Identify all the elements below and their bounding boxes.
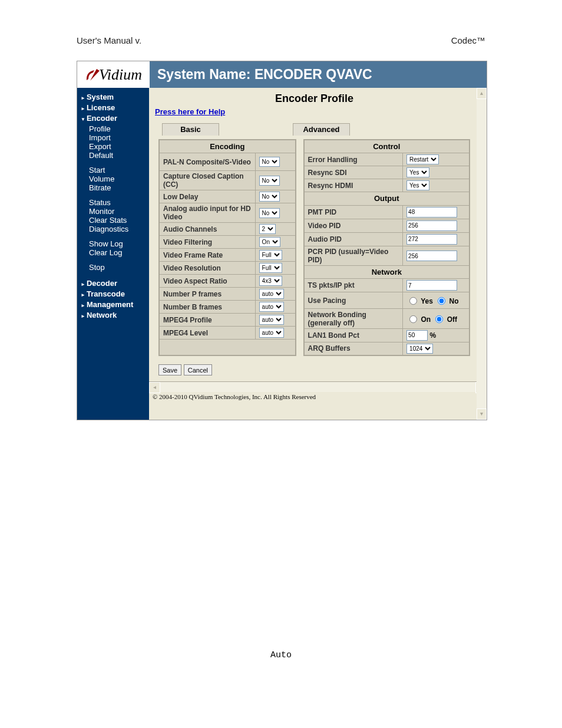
encoding-label: MPEG4 Level xyxy=(159,327,255,340)
sidebar-item-license[interactable]: License xyxy=(77,103,149,114)
horizontal-scrollbar[interactable]: ◂ ▸ xyxy=(149,381,487,392)
control-0-label: Error Handling xyxy=(304,153,403,166)
encoding-0-select[interactable]: No xyxy=(259,157,280,167)
logo: Vidium xyxy=(77,61,150,88)
tab-advanced[interactable]: Advanced xyxy=(293,123,350,136)
copyright: © 2004-2010 QVidium Technologies, Inc. A… xyxy=(149,392,487,401)
scroll-left-icon[interactable]: ◂ xyxy=(149,382,160,393)
sidebar-item-volume[interactable]: Volume xyxy=(77,174,149,183)
output-1-input[interactable] xyxy=(406,220,457,231)
sidebar-item-clear-log[interactable]: Clear Log xyxy=(77,248,149,257)
sidebar-item-network[interactable]: Network xyxy=(77,311,149,321)
encoding-10-select[interactable]: auto xyxy=(259,302,284,312)
encoding-4-select[interactable]: 2 xyxy=(259,224,276,234)
arq-buffers-label: ARQ Buffers xyxy=(304,342,403,355)
network-header: Network xyxy=(304,266,470,279)
output-2-input[interactable] xyxy=(406,234,457,245)
scroll-up-icon[interactable]: ▴ xyxy=(477,88,487,99)
sidebar-item-start[interactable]: Start xyxy=(77,166,149,174)
lan1-label: LAN1 Bond Pct xyxy=(304,328,403,342)
encoding-label: Capture Closed Caption (CC) xyxy=(159,171,255,190)
sidebar-item-stop[interactable]: Stop xyxy=(77,263,149,272)
output-3-label: PCR PID (usually=Video PID) xyxy=(304,246,403,265)
output-0-label: PMT PID xyxy=(304,205,403,219)
lan1-unit: % xyxy=(429,331,436,339)
encoding-label: Low Delay xyxy=(159,190,255,203)
output-1-label: Video PID xyxy=(304,219,403,232)
encoding-2-select[interactable]: No xyxy=(259,192,280,202)
tab-basic[interactable]: Basic xyxy=(162,123,219,136)
control-1-select[interactable]: Yes xyxy=(406,167,429,177)
encoding-label: MPEG4 Profile xyxy=(159,314,255,327)
control-0-select[interactable]: Restart xyxy=(406,154,439,164)
bonding-off-radio[interactable] xyxy=(435,315,443,323)
right-table: Control Error HandlingRestartResync SDIY… xyxy=(303,139,470,356)
arq-buffers-select[interactable]: 1024 xyxy=(406,344,433,354)
doc-header-right: Codec™ xyxy=(451,35,485,45)
sidebar-item-clear-stats[interactable]: Clear Stats xyxy=(77,216,149,225)
doc-footnote: Auto xyxy=(0,650,562,660)
encoding-7-select[interactable]: Full xyxy=(259,263,282,273)
sidebar-item-profile[interactable]: Profile xyxy=(77,124,149,133)
lan1-input[interactable] xyxy=(406,330,428,341)
encoding-label: Video Frame Rate xyxy=(159,249,255,262)
encoding-1-select[interactable]: No xyxy=(259,176,280,186)
content-pane: ▴ ▾ Encoder Profile Press here for Help … xyxy=(149,88,487,420)
encoding-label: Video Filtering xyxy=(159,236,255,249)
encoding-table: Encoding PAL-N Composite/S-VideoNoCaptur… xyxy=(158,139,296,356)
encoding-label: Number B frames xyxy=(159,301,255,314)
save-button[interactable]: Save xyxy=(158,364,181,375)
sidebar-item-export[interactable]: Export xyxy=(77,142,149,151)
encoding-3-select[interactable]: No xyxy=(259,208,280,218)
sidebar-item-status[interactable]: Status xyxy=(77,198,149,207)
sidebar: SystemLicenseEncoderProfileImportExportD… xyxy=(77,88,149,420)
sidebar-item-monitor[interactable]: Monitor xyxy=(77,207,149,216)
output-3-input[interactable] xyxy=(406,251,457,261)
cancel-button[interactable]: Cancel xyxy=(184,364,212,375)
output-2-label: Audio PID xyxy=(304,232,403,246)
encoding-8-select[interactable]: 4x3 xyxy=(259,276,282,286)
pacing-yes-radio[interactable] xyxy=(409,297,417,305)
pacing-no-radio[interactable] xyxy=(438,297,445,305)
output-header: Output xyxy=(304,192,470,205)
help-link[interactable]: Press here for Help xyxy=(155,107,225,116)
use-pacing-label: Use Pacing xyxy=(304,292,403,309)
sidebar-item-transcode[interactable]: Transcode xyxy=(77,289,149,300)
control-header: Control xyxy=(304,140,470,153)
encoding-label: Analog audio input for HD Video xyxy=(159,203,255,223)
encoding-9-select[interactable]: auto xyxy=(259,289,284,299)
app-window: Vidium System Name: ENCODER QVAVC System… xyxy=(77,61,487,420)
encoding-11-select[interactable]: auto xyxy=(259,315,284,325)
encoding-label: PAL-N Composite/S-Video xyxy=(159,153,255,171)
control-1-label: Resync SDI xyxy=(304,166,403,179)
sidebar-item-import[interactable]: Import xyxy=(77,133,149,142)
doc-header-left: User's Manual v. xyxy=(77,35,141,45)
encoding-5-select[interactable]: On xyxy=(259,237,280,247)
vertical-scrollbar[interactable]: ▴ ▾ xyxy=(477,88,487,420)
encoding-12-select[interactable]: auto xyxy=(259,328,284,338)
sidebar-item-bitrate[interactable]: Bitrate xyxy=(77,183,149,192)
encoding-label: Number P frames xyxy=(159,288,255,301)
bonding-label: Network Bonding (generally off) xyxy=(304,309,403,328)
control-2-select[interactable]: Yes xyxy=(406,180,429,190)
sidebar-item-show-log[interactable]: Show Log xyxy=(77,239,149,248)
encoding-label: Video Resolution xyxy=(159,262,255,275)
scroll-down-icon[interactable]: ▾ xyxy=(477,409,487,420)
sidebar-item-management[interactable]: Management xyxy=(77,300,149,311)
page-title: Encoder Profile xyxy=(155,93,474,105)
system-name-title: System Name: ENCODER QVAVC xyxy=(150,67,372,83)
bonding-on-radio[interactable] xyxy=(409,315,417,323)
sidebar-item-system[interactable]: System xyxy=(77,93,149,103)
encoding-6-select[interactable]: Full xyxy=(259,250,282,260)
sidebar-item-encoder[interactable]: Encoder xyxy=(77,114,149,124)
ts-pkts-label: TS pkts/IP pkt xyxy=(304,279,403,292)
output-0-input[interactable] xyxy=(406,207,457,218)
sidebar-item-decoder[interactable]: Decoder xyxy=(77,279,149,289)
logo-swoosh-icon xyxy=(85,67,100,83)
encoding-label: Video Aspect Ratio xyxy=(159,275,255,288)
title-bar: Vidium System Name: ENCODER QVAVC xyxy=(77,61,487,88)
ts-pkts-input[interactable] xyxy=(406,280,457,291)
sidebar-item-diagnostics[interactable]: Diagnostics xyxy=(77,225,149,233)
control-2-label: Resync HDMI xyxy=(304,179,403,192)
sidebar-item-default[interactable]: Default xyxy=(77,151,149,160)
